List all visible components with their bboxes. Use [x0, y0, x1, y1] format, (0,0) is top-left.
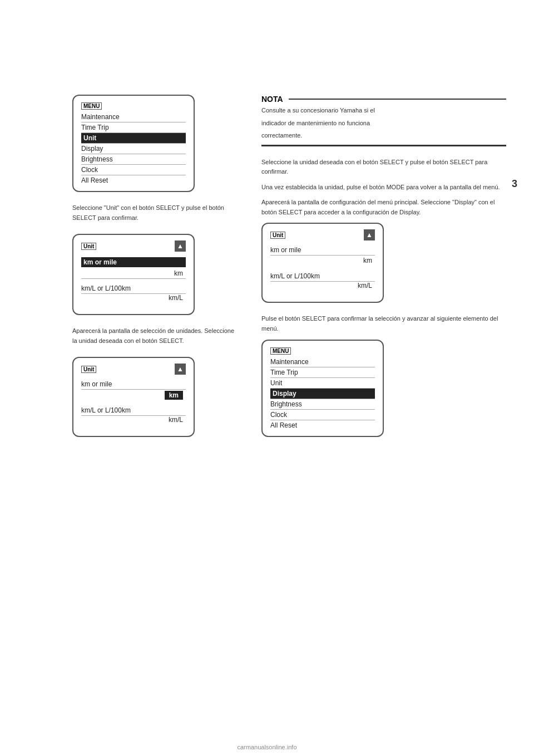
unit-label-2: Unit	[81, 366, 96, 373]
nota-divider-top	[289, 99, 506, 100]
menu-item-display-2[interactable]: Display	[270, 389, 375, 399]
warning-icon-1: ▲	[175, 240, 186, 252]
menu-label-2: MENU	[270, 347, 291, 355]
body-text-left-2: Aparecerá la pantalla de selección de un…	[72, 326, 239, 346]
unit-box-1: Unit ▲ km or mile km km/L or L/100km km/…	[72, 234, 195, 315]
menu-item-timetrip-2[interactable]: Time Trip	[270, 367, 375, 378]
body-text-right-1: Seleccione la unidad deseada con el botó…	[261, 158, 506, 177]
menu-item-brightness-2[interactable]: Brightness	[270, 399, 375, 410]
menu-box-1: MENU Maintenance Time Trip Unit Display …	[72, 95, 195, 192]
unit-label-3: Unit	[270, 232, 285, 239]
warning-icon-3: ▲	[364, 229, 375, 240]
nota-text-line3: correctamente.	[261, 131, 506, 140]
body-text-right-2: Una vez establecida la unidad, pulse el …	[261, 183, 506, 193]
body-text-right-3: Aparecerá la pantalla de configuración d…	[261, 198, 506, 217]
menu-item-display[interactable]: Display	[81, 144, 186, 154]
menu-item-clock[interactable]: Clock	[81, 165, 186, 175]
nota-title: NOTA	[261, 95, 283, 104]
menu-item-maintenance[interactable]: Maintenance	[81, 112, 186, 122]
unit-box-3: Unit ▲ km or mile km km/L or L/100km km/…	[261, 223, 384, 303]
body-text-left-1: Seleccione "Unit" con el botón SELECT y …	[72, 203, 239, 223]
unit-option-km-or-mile-selected: km or mile km	[81, 257, 186, 279]
menu-box-2: MENU Maintenance Time Trip Unit Display …	[261, 340, 384, 437]
unit-label-1: Unit	[81, 243, 96, 250]
warning-icon-2: ▲	[175, 364, 186, 375]
unit-option-km-or-mile-3: km or mile km	[270, 246, 375, 267]
unit-option-kml-3: km/L or L/100km km/L	[270, 272, 375, 291]
unit-option-kml-2: km/L or L/100km km/L	[81, 406, 186, 425]
nota-text-line1: Consulte a su concesionario Yamaha si el	[261, 106, 506, 115]
nota-divider-bottom	[261, 145, 506, 146]
menu-item-unit[interactable]: Unit	[81, 133, 186, 144]
unit-option-kml: km/L or L/100km km/L	[81, 284, 186, 303]
unit-box-2: Unit ▲ km or mile km km/L or L/100km km/…	[72, 357, 195, 437]
menu-item-allreset-2[interactable]: All Reset	[270, 420, 375, 430]
page-number: 3	[512, 178, 517, 190]
menu-item-clock-2[interactable]: Clock	[270, 410, 375, 420]
menu-label-1: MENU	[81, 102, 102, 110]
menu-item-allreset[interactable]: All Reset	[81, 175, 186, 185]
menu-item-timetrip[interactable]: Time Trip	[81, 122, 186, 133]
menu-item-unit-2[interactable]: Unit	[270, 378, 375, 389]
menu-item-brightness[interactable]: Brightness	[81, 154, 186, 165]
nota-section: NOTA Consulte a su concesionario Yamaha …	[261, 95, 506, 146]
unit-option-km-or-mile-2: km or mile km	[81, 380, 186, 401]
nota-text-line2: indicador de mantenimiento no funciona	[261, 119, 506, 128]
menu-item-maintenance-2[interactable]: Maintenance	[270, 357, 375, 367]
body-text-right-4: Pulse el botón SELECT para confirmar la …	[261, 314, 506, 333]
watermark: carmanualsonline.info	[0, 744, 534, 750]
